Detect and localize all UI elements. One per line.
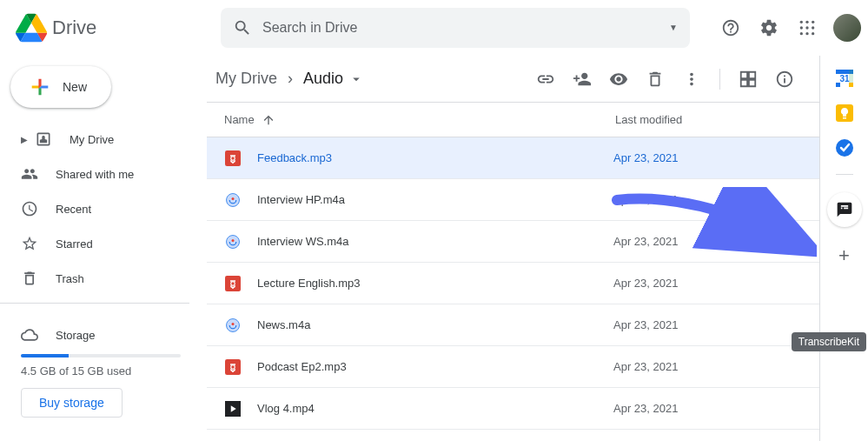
plus-icon [28, 75, 52, 99]
support-icon[interactable] [713, 10, 748, 45]
file-name: Interview WS.m4a [257, 235, 613, 248]
file-type-icon [224, 150, 242, 167]
buy-storage-button[interactable]: Buy storage [21, 388, 123, 418]
nav-trash[interactable]: Trash [0, 261, 207, 296]
drive-icon [35, 130, 52, 148]
info-icon[interactable] [767, 62, 802, 97]
storage-text: 4.5 GB of 15 GB used [21, 364, 186, 378]
transcribekit-button[interactable] [827, 192, 862, 227]
breadcrumb: My Drive › Audio [210, 66, 369, 91]
storage-bar [21, 354, 181, 357]
file-date: Apr 23, 2021 [613, 402, 678, 415]
file-row[interactable]: Interview HP.m4aApr 23, 2021 [207, 179, 819, 221]
column-modified[interactable]: Last modified [615, 113, 682, 126]
file-row[interactable]: News.m4aApr 23, 2021 [207, 304, 819, 346]
svg-point-17 [232, 239, 235, 242]
breadcrumb-current[interactable]: Audio [298, 66, 369, 91]
svg-point-0 [800, 20, 803, 23]
nav-my-drive[interactable]: ▶ My Drive [0, 122, 207, 157]
product-name: Drive [52, 17, 96, 39]
file-row[interactable]: Interview WS.m4aApr 23, 2021 [207, 221, 819, 263]
svg-point-7 [805, 32, 808, 35]
more-icon[interactable] [674, 62, 709, 97]
keep-app-icon[interactable] [836, 104, 853, 122]
file-type-icon [224, 275, 242, 292]
svg-rect-19 [232, 286, 234, 288]
add-addon-icon[interactable]: + [838, 244, 850, 267]
file-row[interactable]: Podcast Ep2.mp3Apr 23, 2021 [207, 346, 819, 388]
file-type-icon [224, 358, 242, 376]
svg-rect-18 [225, 276, 241, 291]
svg-rect-32 [849, 70, 853, 83]
link-icon[interactable] [528, 62, 563, 97]
grid-view-icon[interactable] [731, 62, 765, 97]
file-date: Apr 23, 2021 [613, 277, 678, 290]
search-bar[interactable]: ▼ [221, 8, 690, 48]
star-icon [21, 235, 38, 252]
trash-icon [21, 270, 38, 287]
search-input[interactable] [262, 20, 669, 36]
user-avatar[interactable] [833, 14, 861, 42]
svg-point-4 [805, 26, 808, 29]
column-name[interactable]: Name [224, 113, 615, 127]
svg-rect-25 [232, 370, 234, 371]
divider [719, 69, 720, 90]
file-date: Apr 23, 2021 [613, 235, 678, 248]
file-date: Apr 23, 2021 [613, 151, 678, 164]
calendar-app-icon[interactable]: 31 [836, 70, 853, 87]
search-icon [233, 18, 252, 37]
tasks-app-icon[interactable] [836, 139, 853, 157]
svg-point-14 [232, 197, 235, 200]
svg-point-6 [800, 32, 803, 35]
nav-shared[interactable]: Shared with me [0, 157, 207, 191]
file-name: Feedback.mp3 [257, 151, 613, 164]
file-row[interactable]: Feedback.mp3Apr 23, 2021 [207, 137, 819, 179]
nav-recent[interactable]: Recent [0, 191, 207, 226]
svg-point-2 [812, 20, 814, 23]
clock-icon [21, 200, 38, 217]
file-date: Apr 23, 2021 [613, 193, 678, 206]
chevron-right-icon: › [288, 70, 293, 88]
file-name: Podcast Ep2.mp3 [257, 360, 613, 373]
file-row[interactable]: Lecture English.mp3Apr 23, 2021 [207, 263, 819, 304]
svg-rect-24 [225, 359, 241, 375]
file-name: News.m4a [257, 318, 613, 331]
file-name: Lecture English.mp3 [257, 277, 613, 290]
file-date: Apr 23, 2021 [613, 360, 678, 373]
svg-rect-10 [232, 161, 234, 163]
svg-rect-9 [225, 150, 241, 166]
file-row[interactable]: Vlog 4.mp4Apr 23, 2021 [207, 388, 819, 430]
sort-arrow-up-icon [262, 113, 275, 127]
preview-icon[interactable] [601, 62, 636, 97]
svg-text:31: 31 [839, 74, 850, 84]
file-type-icon [224, 233, 242, 251]
file-type-icon [224, 191, 242, 209]
file-name: Interview HP.m4a [257, 193, 613, 206]
expand-icon[interactable]: ▶ [21, 135, 31, 144]
divider [836, 174, 853, 175]
settings-icon[interactable] [752, 10, 786, 45]
svg-rect-35 [843, 117, 846, 119]
svg-point-23 [232, 323, 235, 325]
divider [0, 303, 189, 304]
file-name: Vlog 4.mp4 [257, 402, 613, 415]
search-options-caret-icon[interactable]: ▼ [669, 23, 678, 32]
svg-point-8 [812, 32, 814, 35]
delete-icon[interactable] [638, 62, 673, 97]
share-icon[interactable] [565, 62, 600, 97]
file-type-icon [224, 400, 242, 418]
apps-icon[interactable] [790, 10, 825, 45]
svg-point-5 [812, 26, 814, 29]
file-date: Apr 23, 2021 [613, 318, 678, 331]
nav-starred[interactable]: Starred [0, 226, 207, 261]
drive-logo[interactable]: Drive [14, 10, 221, 45]
drive-logo-icon [14, 10, 49, 45]
people-icon [21, 165, 38, 183]
breadcrumb-root[interactable]: My Drive [210, 66, 282, 91]
tooltip: TranscribeKit [792, 332, 866, 351]
file-type-icon [224, 317, 242, 334]
svg-point-1 [805, 20, 808, 23]
nav-storage[interactable]: Storage [21, 317, 186, 352]
svg-point-3 [800, 26, 803, 29]
new-button[interactable]: New [10, 66, 111, 108]
